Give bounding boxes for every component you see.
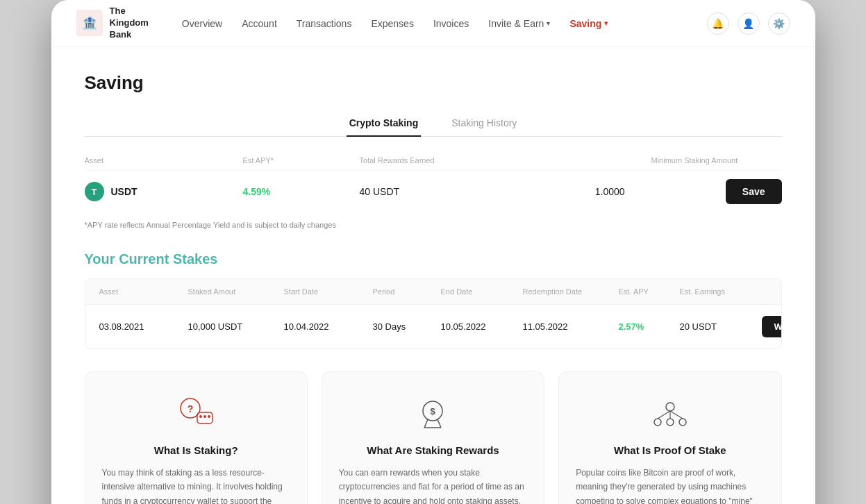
svg-point-16 xyxy=(679,419,686,426)
svg-text:?: ? xyxy=(188,403,194,414)
svg-point-13 xyxy=(666,403,674,411)
rewards-icon: $ xyxy=(412,392,453,433)
card-rewards-text: You can earn rewards when you stake cryp… xyxy=(339,466,527,504)
saving-chevron-icon: ▾ xyxy=(604,19,608,27)
card-proof-of-stake: What Is Proof Of Stake Popular coins lik… xyxy=(558,371,781,504)
col-apy: Est APY* xyxy=(243,156,354,165)
notification-button[interactable]: 🔔 xyxy=(707,12,729,35)
asset-cell: T USDT xyxy=(85,182,238,201)
svg-line-11 xyxy=(438,419,441,428)
col-rewards: Total Rewards Earned xyxy=(360,156,646,165)
stakes-table-row: 03.08.2021 10,000 USDT 10.04.2022 30 Day… xyxy=(85,304,781,348)
card-pos-title: What Is Proof Of Stake xyxy=(576,444,764,456)
row-redemption-date: 11.05.2022 xyxy=(523,321,613,332)
card-staking-rewards: $ What Are Staking Rewards You can earn … xyxy=(322,371,544,504)
col-asset: Asset xyxy=(85,156,238,165)
info-cards: ? What Is Staking? You may think of stak… xyxy=(85,371,782,504)
stakes-table: Asset Staked Amout Start Date Period End… xyxy=(85,278,782,349)
staking-table-header: Asset Est APY* Total Rewards Earned Mini… xyxy=(85,156,782,170)
svg-text:$: $ xyxy=(431,406,436,417)
stakes-col-staked: Staked Amout xyxy=(188,287,278,296)
nav-invite-earn[interactable]: Invite & Earn ▾ xyxy=(488,18,550,29)
card-pos-text: Popular coins like Bitcoin are proof of … xyxy=(576,466,764,504)
logo-icon: 🏦 xyxy=(76,10,103,36)
svg-line-10 xyxy=(424,419,428,428)
nav-links: Overview Account Transactions Expenses I… xyxy=(182,18,685,29)
staking-icon: ? xyxy=(175,392,217,433)
nav-icon-group: 🔔 👤 ⚙️ xyxy=(707,12,790,35)
card-staking-text: You may think of staking as a less resou… xyxy=(102,466,290,504)
row-start-date: 10.04.2022 xyxy=(284,321,367,332)
withdraw-button[interactable]: Withdraw xyxy=(762,316,782,337)
nav-overview[interactable]: Overview xyxy=(182,18,222,29)
svg-line-17 xyxy=(658,411,670,419)
stakes-table-header-row: Asset Staked Amout Start Date Period End… xyxy=(85,279,781,304)
invite-earn-chevron-icon: ▾ xyxy=(547,19,550,27)
nav-transactions[interactable]: Transactions xyxy=(297,18,352,29)
stakes-col-redemption: Redemption Date xyxy=(523,287,613,296)
current-stakes-title: Your Current Stakes xyxy=(85,251,782,267)
row-apy: 2.57% xyxy=(619,321,674,332)
settings-button[interactable]: ⚙️ xyxy=(768,12,790,35)
page-title: Saving xyxy=(85,72,782,94)
apy-value: 4.59% xyxy=(243,186,354,197)
staking-row: T USDT 4.59% 40 USDT 1.0000 Save xyxy=(85,170,782,212)
row-staked-amount: 10,000 USDT xyxy=(188,321,278,332)
proof-icon xyxy=(649,392,691,433)
rewards-medal-icon: $ xyxy=(412,392,453,433)
min-stake-value: 1.0000 xyxy=(595,186,720,197)
tab-staking-history[interactable]: Staking History xyxy=(449,110,519,137)
row-asset: 03.08.2021 xyxy=(99,321,183,332)
stakes-col-est-apy: Est. APY xyxy=(619,287,674,296)
card-what-is-staking: ? What Is Staking? You may think of stak… xyxy=(85,371,308,504)
stakes-col-period: Period xyxy=(373,287,435,296)
col-min-stake: Minimum Staking Amount xyxy=(651,156,776,165)
proof-network-icon xyxy=(649,392,691,433)
staking-question-icon: ? xyxy=(175,392,217,433)
row-period: 30 Days xyxy=(373,321,435,332)
svg-point-15 xyxy=(667,419,674,426)
svg-point-6 xyxy=(203,415,206,418)
app-window: 🏦 The Kingdom Bank Overview Account Tran… xyxy=(51,0,815,504)
svg-text:🏦: 🏦 xyxy=(82,15,98,31)
stakes-col-asset: Asset xyxy=(99,287,183,296)
nav-saving[interactable]: Saving ▾ xyxy=(569,18,608,29)
stakes-col-start: Start Date xyxy=(284,287,367,296)
usdt-icon: T xyxy=(85,182,104,201)
nav-account[interactable]: Account xyxy=(242,18,277,29)
svg-line-19 xyxy=(670,411,683,419)
nav-invoices[interactable]: Invoices xyxy=(433,18,469,29)
asset-name: USDT xyxy=(111,186,138,197)
logo: 🏦 The Kingdom Bank xyxy=(76,6,149,41)
stakes-col-earnings: Est. Earnings xyxy=(680,287,756,296)
navbar: 🏦 The Kingdom Bank Overview Account Tran… xyxy=(51,0,815,47)
svg-point-14 xyxy=(654,419,661,426)
card-rewards-title: What Are Staking Rewards xyxy=(339,444,527,456)
card-staking-title: What Is Staking? xyxy=(102,444,290,456)
row-earnings: 20 USDT xyxy=(680,321,756,332)
tab-crypto-staking[interactable]: Crypto Staking xyxy=(347,110,422,137)
save-button[interactable]: Save xyxy=(726,179,782,204)
apy-note: *APY rate reflects Annual Percentage Yie… xyxy=(85,221,782,229)
user-button[interactable]: 👤 xyxy=(738,12,760,35)
svg-point-5 xyxy=(199,415,202,418)
logo-text: The Kingdom Bank xyxy=(110,6,149,41)
main-content: Saving Crypto Staking Staking History As… xyxy=(51,47,815,504)
stakes-col-action xyxy=(762,287,767,296)
rewards-value: 40 USDT xyxy=(360,186,590,197)
stakes-col-end: End Date xyxy=(441,287,517,296)
nav-expenses[interactable]: Expenses xyxy=(371,18,413,29)
row-end-date: 10.05.2022 xyxy=(441,321,517,332)
svg-point-7 xyxy=(208,415,210,418)
tabs: Crypto Staking Staking History xyxy=(85,110,782,137)
